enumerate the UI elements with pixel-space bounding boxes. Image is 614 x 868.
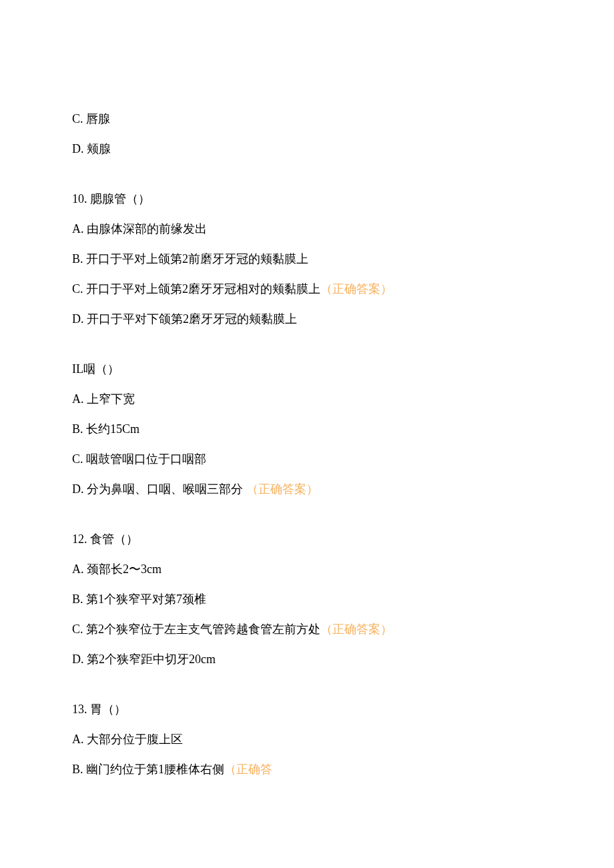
option-text: D. 颊腺 [72, 142, 111, 155]
option-text: B. 第1个狭窄平对第7颈椎 [72, 592, 206, 606]
question-text: 13. 胃（） [72, 703, 126, 716]
correct-answer-badge: （正确答案） [320, 282, 392, 296]
q13-stem: 13. 胃（） [72, 701, 542, 719]
correct-answer-badge: （正确答 [224, 763, 272, 776]
q12-stem: 12. 食管（） [72, 530, 542, 548]
option-text: C. 第2个狭窄位于左主支气管跨越食管左前方处 [72, 622, 320, 636]
q11-option-b: B. 长约15Cm [72, 420, 542, 438]
q13-option-b: B. 幽门约位于第1腰椎体右侧（正确答 [72, 761, 542, 779]
correct-answer-badge: （正确答案） [320, 622, 392, 636]
option-text: D. 开口于平对下颌第2磨牙牙冠的颊黏膜上 [72, 312, 297, 326]
q9-option-c: C. 唇腺 [72, 110, 542, 128]
q10-option-c: C. 开口于平对上颌第2磨牙牙冠相对的颊黏膜上（正确答案） [72, 280, 542, 298]
option-text: B. 开口于平对上颌第2前磨牙牙冠的颊黏膜上 [72, 252, 308, 266]
q10-option-a: A. 由腺体深部的前缘发出 [72, 220, 542, 238]
q11-option-c: C. 咽鼓管咽口位于口咽部 [72, 450, 542, 468]
q12-option-c: C. 第2个狭窄位于左主支气管跨越食管左前方处（正确答案） [72, 620, 542, 638]
q12-option-b: B. 第1个狭窄平对第7颈椎 [72, 590, 542, 608]
q11-option-a: A. 上窄下宽 [72, 390, 542, 408]
option-text: A. 颈部长2〜3cm [72, 562, 162, 576]
option-text: A. 大部分位于腹上区 [72, 733, 183, 746]
option-text: C. 开口于平对上颌第2磨牙牙冠相对的颊黏膜上 [72, 282, 320, 296]
q11-option-d: D. 分为鼻咽、口咽、喉咽三部分 （正确答案） [72, 480, 542, 498]
q12-option-d: D. 第2个狭窄距中切牙20cm [72, 650, 542, 669]
option-text: D. 第2个狭窄距中切牙20cm [72, 653, 216, 666]
q11-stem: IL咽（） [72, 360, 542, 378]
question-text: 10. 腮腺管（） [72, 192, 150, 205]
option-text: D. 分为鼻咽、口咽、喉咽三部分 [72, 482, 243, 496]
option-text: A. 由腺体深部的前缘发出 [72, 222, 207, 236]
q10-stem: 10. 腮腺管（） [72, 190, 542, 208]
option-text: C. 唇腺 [72, 112, 110, 125]
q10-option-d: D. 开口于平对下颌第2磨牙牙冠的颊黏膜上 [72, 310, 542, 328]
q9-option-d: D. 颊腺 [72, 140, 542, 158]
option-text: B. 长约15Cm [72, 422, 139, 436]
q10-option-b: B. 开口于平对上颌第2前磨牙牙冠的颊黏膜上 [72, 250, 542, 268]
question-text: 12. 食管（） [72, 532, 138, 546]
document-body: C. 唇腺 D. 颊腺 10. 腮腺管（） A. 由腺体深部的前缘发出 B. 开… [72, 110, 542, 779]
option-text: B. 幽门约位于第1腰椎体右侧 [72, 763, 224, 776]
q13-option-a: A. 大部分位于腹上区 [72, 731, 542, 749]
option-text: C. 咽鼓管咽口位于口咽部 [72, 452, 206, 466]
question-text: IL咽（） [72, 362, 119, 376]
q12-option-a: A. 颈部长2〜3cm [72, 560, 542, 578]
option-text: A. 上窄下宽 [72, 392, 135, 406]
correct-answer-badge: （正确答案） [246, 482, 318, 496]
